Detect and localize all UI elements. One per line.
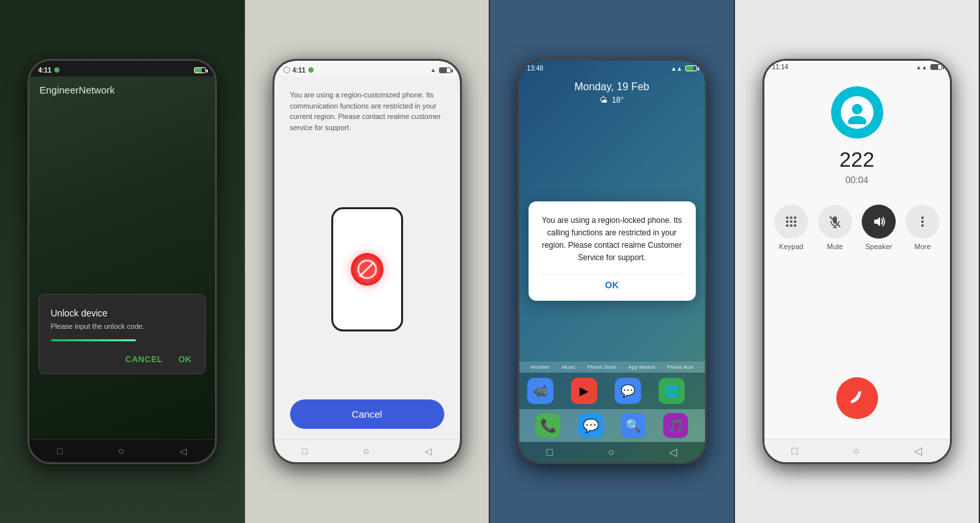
speaker-button[interactable]: Speaker xyxy=(860,205,898,250)
nav-recents-2[interactable]: □ xyxy=(302,446,307,456)
speaker-icon xyxy=(862,205,896,239)
weather-icon-3: 🌤 xyxy=(600,95,608,105)
person-svg xyxy=(845,101,869,124)
dock-phone[interactable]: 📞 xyxy=(536,413,561,438)
signal-3: ▲▲ xyxy=(671,65,683,72)
region-message-2: You are using a region-customized phone.… xyxy=(274,76,460,152)
nav-home-4[interactable]: ○ xyxy=(853,445,860,457)
region-locked-dialog: You are using a region-locked phone. Its… xyxy=(529,201,696,301)
circle-icon-2 xyxy=(284,67,290,73)
nav-back-1[interactable]: ◁ xyxy=(180,446,187,456)
nav-home-2[interactable]: ○ xyxy=(363,445,369,457)
cancel-button-2[interactable]: Cancel xyxy=(290,399,444,429)
phone-illustration-2 xyxy=(274,152,460,399)
nav-bar-1: □ ○ ◁ xyxy=(29,439,215,462)
nav-home-1[interactable]: ○ xyxy=(118,445,124,457)
caller-number: 222 xyxy=(840,148,874,172)
phone-frame-2: 4:11 ▲ You are using a region-customized… xyxy=(272,59,462,464)
time-2: 4:11 xyxy=(293,67,306,74)
nav-back-4[interactable]: ◁ xyxy=(914,445,922,457)
svg-point-2 xyxy=(786,216,789,219)
more-button[interactable]: More xyxy=(904,205,942,250)
signal-icon-4: ▲▲ xyxy=(916,64,928,71)
status-icons-1 xyxy=(194,67,206,73)
dock-3: 📞 💬 🔍 🎵 xyxy=(519,409,705,442)
battery-icon-3 xyxy=(685,65,697,71)
battery-icon-4 xyxy=(930,64,942,70)
nav-bar-4: □ ○ ◁ xyxy=(764,439,950,462)
battery-icon-1 xyxy=(194,67,206,73)
nav-recents-3[interactable]: □ xyxy=(547,447,553,458)
dock-msg[interactable]: 💬 xyxy=(578,413,603,438)
svg-point-3 xyxy=(790,216,792,219)
dialog-text-3: You are using a region-locked phone. Its… xyxy=(540,214,684,265)
phone-frame-3: 13:48 ▲▲ Monday, 19 Feb 🌤 18° You are us… xyxy=(517,59,707,464)
status-time-2: 4:11 xyxy=(284,67,314,74)
nav-back-3[interactable]: ◁ xyxy=(669,446,677,458)
status-bar-2: 4:11 ▲ xyxy=(274,61,460,76)
dock-search[interactable]: 🔍 xyxy=(621,413,645,438)
signal-bars-2: ▲ xyxy=(431,67,436,73)
ok-button-1[interactable]: OK xyxy=(177,352,193,367)
phone-panel-1: 4:11 EngineerNetwork Unlock device Pleas… xyxy=(0,0,245,523)
time-1: 4:11 xyxy=(39,67,52,74)
signal-dot-1 xyxy=(54,67,59,73)
time-4: 11:14 xyxy=(772,63,789,71)
mini-phone-frame xyxy=(331,207,403,331)
dialog-buttons-1: CANCEL OK xyxy=(51,352,193,367)
cancel-button-1[interactable]: CANCEL xyxy=(124,352,164,367)
status-time-1: 4:11 xyxy=(39,67,59,74)
svg-point-6 xyxy=(790,220,792,223)
caller-section: 222 00:04 xyxy=(764,73,950,192)
app-bar-market[interactable]: App Market xyxy=(629,364,655,370)
status-bar-4: 11:14 ▲▲ xyxy=(764,61,950,73)
app-icon-play[interactable]: ▶ xyxy=(571,378,597,404)
app-bar-asst[interactable]: Phone Asst xyxy=(667,364,693,370)
svg-point-17 xyxy=(921,220,924,223)
call-duration: 00:04 xyxy=(845,175,868,185)
nav-back-2[interactable]: ◁ xyxy=(425,446,432,456)
keypad-label: Keypad xyxy=(779,243,803,250)
keypad-icon xyxy=(774,205,808,239)
phone-frame-1: 4:11 EngineerNetwork Unlock device Pleas… xyxy=(27,59,217,464)
app-icon-msg[interactable]: 💬 xyxy=(615,378,641,404)
status-bar-3: 13:48 ▲▲ xyxy=(519,61,705,76)
speaker-svg xyxy=(872,214,886,229)
status-icons-4: ▲▲ xyxy=(916,64,942,71)
mute-icon xyxy=(818,205,852,239)
svg-point-16 xyxy=(921,216,924,219)
nav-recents-4[interactable]: □ xyxy=(792,445,798,457)
end-call-svg xyxy=(847,388,867,408)
app-grid-3: 📹 ▶ 💬 🌐 xyxy=(519,373,705,409)
mute-button[interactable]: Mute xyxy=(816,205,855,250)
app-icon-browser[interactable]: 🌐 xyxy=(659,378,685,404)
app-title-1: EngineerNetwork xyxy=(29,76,215,101)
app-icon-meet[interactable]: 📹 xyxy=(527,378,553,404)
time-3: 13:48 xyxy=(527,65,544,72)
green-dot-2 xyxy=(308,67,314,73)
end-call-button[interactable] xyxy=(836,377,878,419)
svg-point-8 xyxy=(786,224,789,227)
nav-home-3[interactable]: ○ xyxy=(608,447,615,458)
svg-point-5 xyxy=(786,220,789,223)
unlock-dialog: Unlock device Please input the unlock co… xyxy=(39,294,206,374)
battery-icon-2 xyxy=(439,67,451,73)
app-bar-music[interactable]: Music xyxy=(562,364,576,370)
app-bar-3: Weather Music Phone Store App Market Pho… xyxy=(519,362,705,373)
ok-button-3[interactable]: OK xyxy=(540,274,684,295)
phone2-screen: You are using a region-customized phone.… xyxy=(274,76,460,439)
dialog-title-1: Unlock device xyxy=(51,308,193,318)
input-progress-bar xyxy=(51,339,137,341)
svg-point-0 xyxy=(852,104,862,114)
svg-point-18 xyxy=(921,224,924,227)
app-bar-weather[interactable]: Weather xyxy=(531,364,550,370)
temperature-3: 18° xyxy=(612,95,623,105)
more-svg xyxy=(915,214,930,229)
mute-svg xyxy=(828,214,842,229)
keypad-button[interactable]: Keypad xyxy=(772,205,811,250)
status-bar-1: 4:11 xyxy=(29,61,215,76)
app-bar-store[interactable]: Phone Store xyxy=(587,364,616,370)
nav-recents-1[interactable]: □ xyxy=(57,446,62,456)
date-3: Monday, 19 Feb xyxy=(519,76,705,95)
dock-music[interactable]: 🎵 xyxy=(663,413,688,438)
